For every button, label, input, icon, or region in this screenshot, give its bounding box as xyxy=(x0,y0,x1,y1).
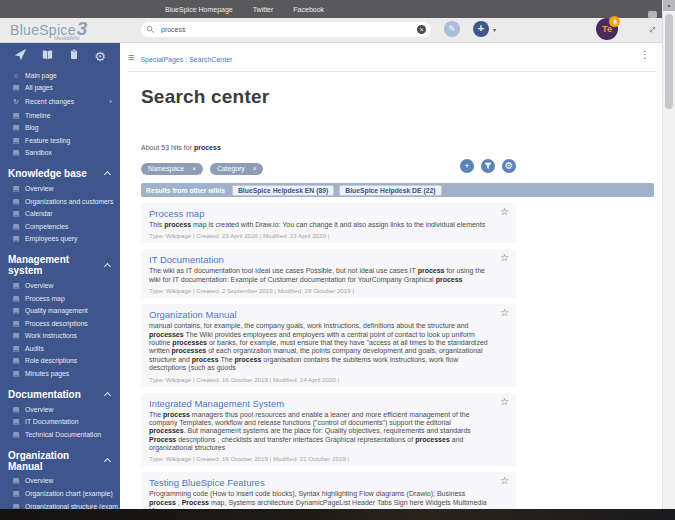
filter-pill-category[interactable]: Category× xyxy=(210,163,263,175)
kebab-menu-icon[interactable]: ⋮ xyxy=(640,49,650,60)
menu-icon[interactable]: ≡ xyxy=(128,52,134,63)
new-content-button[interactable]: + xyxy=(473,21,489,37)
sidebar-item-organization-chart-example[interactable]: ▤Organization chart (example) xyxy=(0,487,120,500)
result-title-link[interactable]: Organization Manual xyxy=(149,309,488,320)
settings-button[interactable]: ⚙ xyxy=(502,159,516,173)
add-button[interactable]: + xyxy=(460,159,474,173)
page-icon: ▤ xyxy=(12,149,20,156)
section-title: Management system xyxy=(8,254,105,276)
edit-button[interactable]: ✎ xyxy=(444,21,460,37)
filter-button[interactable] xyxy=(481,159,495,173)
search-input[interactable] xyxy=(159,25,417,34)
star-icon[interactable]: ☆ xyxy=(500,253,509,263)
notification-badge[interactable] xyxy=(609,16,620,27)
funnel-icon xyxy=(484,162,492,170)
page-icon: ▤ xyxy=(12,370,20,377)
scrollbar-up-arrow[interactable]: ▲ xyxy=(663,0,675,11)
star-icon[interactable]: ☆ xyxy=(500,397,509,407)
sidebar-item-main-page[interactable]: ⌂Main page xyxy=(0,69,120,82)
sidebar-item-overview[interactable]: ▤Overview xyxy=(0,182,120,195)
sidebar-item-process-map[interactable]: ▤Process map xyxy=(0,292,120,305)
sidebar-item-quality-management[interactable]: ▤Quality management xyxy=(0,304,120,317)
other-wiki-button-bluespice-helpdesk-en-89[interactable]: BlueSpice Helpdesk EN (89) xyxy=(232,185,334,196)
scrollbar-thumb[interactable] xyxy=(665,14,673,109)
sidebar-item-blog[interactable]: ▤Blog xyxy=(0,121,120,134)
sidebar-item-label: Main page xyxy=(25,72,57,79)
sidebar-item-technical-documentation[interactable]: ▤Technical Documentation xyxy=(0,428,120,441)
sidebar-item-sandbox[interactable]: ▤Sandbox xyxy=(0,147,120,160)
screen-capture-icon[interactable] xyxy=(646,11,658,38)
result-title-link[interactable]: Process map xyxy=(149,208,488,219)
top-link-facebook[interactable]: Facebook xyxy=(293,6,324,13)
sidebar-item-overview[interactable]: ▤Overview xyxy=(0,279,120,292)
sidebar-item-label: Process descriptions xyxy=(25,320,88,327)
clear-search-icon[interactable]: × xyxy=(417,25,426,34)
breadcrumb-link-specialpages[interactable]: SpecialPages xyxy=(140,56,183,63)
result-title-link[interactable]: Testing BlueSpice Features xyxy=(149,477,488,488)
page-icon: ▤ xyxy=(12,185,20,192)
sidebar-item-label: Recent changes xyxy=(25,98,74,105)
sidebar-section-documentation[interactable]: Documentation xyxy=(0,389,120,400)
bluespice-logo[interactable]: BlueSpice3 MediaWiki xyxy=(10,18,88,41)
sidebar-item-calendar[interactable]: ▤Calendar xyxy=(0,207,120,220)
sidebar-item-work-instructions[interactable]: ▤Work instructions xyxy=(0,330,120,343)
user-avatar[interactable]: Te xyxy=(596,18,618,40)
search-results-list: Process mapThis process map is created w… xyxy=(141,203,516,509)
remove-filter-icon[interactable]: × xyxy=(253,165,257,172)
remove-filter-icon[interactable]: × xyxy=(192,165,196,172)
sidebar-item-minutes-pages[interactable]: ▤Minutes pages xyxy=(0,367,120,380)
sidebar-item-label: Calendar xyxy=(25,210,53,217)
sidebar-item-all-pages[interactable]: ▤All pages xyxy=(0,82,120,95)
sidebar-item-organizations-and-customers[interactable]: ▤Organizations and customers xyxy=(0,195,120,208)
sidebar-item-employees-query[interactable]: ▤Employees query xyxy=(0,233,120,246)
filter-row: Namespace×Category× +⚙ xyxy=(141,157,516,175)
sidebar-item-label: Organization chart (example) xyxy=(25,490,113,497)
page-icon: ▤ xyxy=(12,282,20,289)
sidebar-item-label: Overview xyxy=(25,185,53,192)
sidebar-section-knowledge-base[interactable]: Knowledge base xyxy=(0,168,120,179)
sidebar-item-label: Overview xyxy=(25,282,53,289)
sidebar-item-label: Quality management xyxy=(25,307,88,314)
sidebar-item-label: Minutes pages xyxy=(25,370,69,377)
sidebar-item-label: Employees query xyxy=(25,235,78,242)
breadcrumb-link-searchcenter[interactable]: SearchCenter xyxy=(189,56,232,63)
page-icon: ▤ xyxy=(12,357,20,364)
star-icon[interactable]: ☆ xyxy=(500,207,509,217)
scrollbar[interactable]: ▲ xyxy=(662,0,675,509)
sidebar-item-it-documentation[interactable]: ▤IT Documentation xyxy=(0,415,120,428)
star-icon[interactable]: ☆ xyxy=(500,476,509,486)
other-wiki-button-bluespice-helpdesk-de-22[interactable]: BlueSpice Helpdesk DE (22) xyxy=(339,185,441,196)
sidebar-item-timeline[interactable]: ▤Timeline xyxy=(0,109,120,122)
clock-icon: ↻ xyxy=(12,98,20,105)
sidebar-item-label: Blog xyxy=(25,124,39,131)
sidebar-item-organizational-structure-exam[interactable]: ▤Organizational structure (exam... xyxy=(0,500,120,509)
sidebar-item-competencies[interactable]: ▤Competencies xyxy=(0,220,120,233)
sidebar-item-role-descriptions[interactable]: ▤Role descriptions xyxy=(0,355,120,368)
filter-pill-namespace[interactable]: Namespace× xyxy=(141,163,203,175)
global-search[interactable]: × xyxy=(141,22,431,37)
sidebar-section-management-system[interactable]: Management system xyxy=(0,254,120,276)
result-snippet: This process map is created with Draw.io… xyxy=(149,221,488,229)
paper-plane-icon[interactable] xyxy=(14,48,27,64)
result-title-link[interactable]: IT Documentation xyxy=(149,254,488,265)
sidebar-item-recent-changes[interactable]: ↻Recent changes› xyxy=(0,94,120,109)
breadcrumb-separator: : xyxy=(185,56,187,63)
clipboard-icon[interactable] xyxy=(68,48,80,64)
result-title-link[interactable]: Integrated Management System xyxy=(149,398,488,409)
top-link-twitter[interactable]: Twitter xyxy=(253,6,274,13)
sidebar-section-organization-manual[interactable]: Organization Manual xyxy=(0,450,120,472)
sidebar-item-label: Work instructions xyxy=(25,332,77,339)
sidebar-item-audits[interactable]: ▤Audits xyxy=(0,342,120,355)
book-icon[interactable] xyxy=(41,48,54,64)
top-link-bluespice-homepage[interactable]: BlueSpice Homepage xyxy=(165,6,233,13)
chevron-down-icon[interactable]: ▾ xyxy=(493,26,496,33)
gear-icon[interactable]: ⚙ xyxy=(94,48,106,64)
sidebar-item-overview[interactable]: ▤Overview xyxy=(0,475,120,488)
star-icon[interactable]: ☆ xyxy=(500,308,509,318)
sidebar-item-feature-testing[interactable]: ▤Feature testing xyxy=(0,134,120,147)
page-icon: ▤ xyxy=(12,345,20,352)
page-title: Search center xyxy=(141,86,516,108)
sidebar-item-process-descriptions[interactable]: ▤Process descriptions xyxy=(0,317,120,330)
chevron-up-icon xyxy=(104,171,111,178)
sidebar-item-overview[interactable]: ▤Overview xyxy=(0,403,120,416)
